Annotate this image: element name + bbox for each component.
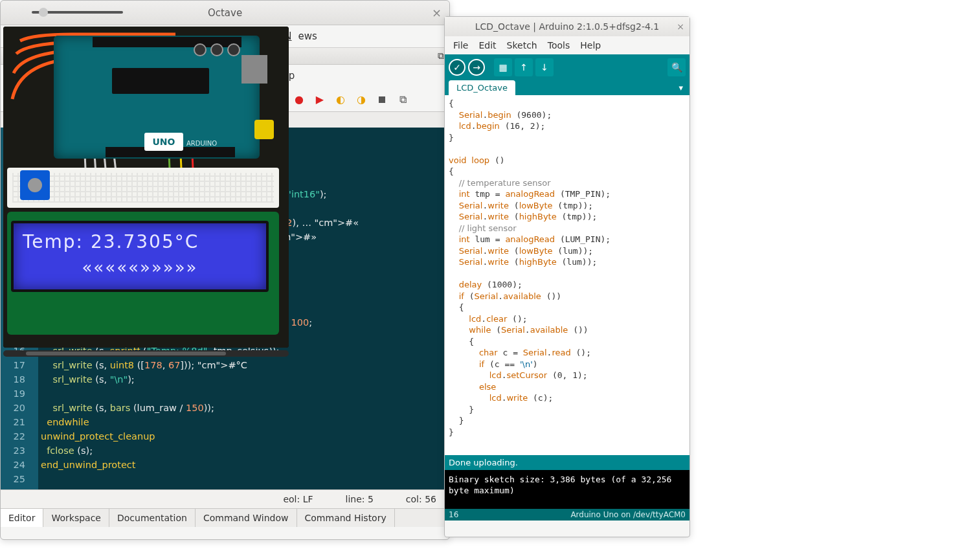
stop-icon[interactable]: ⏹ [374,91,390,107]
open-sketch-icon[interactable]: ↑ [515,58,533,76]
bottom-tab-editor[interactable]: Editor [1,509,43,527]
bottom-tab-command-window[interactable]: Command Window [196,509,297,527]
arduino-menubar: File Edit Sketch Tools Help [445,36,689,54]
arduino-footer: 16 Arduino Uno on /dev/ttyACM0 [445,509,689,521]
run-icon[interactable]: ▶ [311,91,328,107]
upload-icon[interactable]: → [468,59,485,76]
bottom-tab-documentation[interactable]: Documentation [109,509,196,527]
arduino-board: UNO ARDUINO [54,36,260,159]
toggle-icon[interactable]: ⧉ [394,91,411,107]
arduino-titlebar[interactable]: LCD_Octave | Arduino 2:1.0.5+dfsg2-4.1 × [445,17,689,36]
arduino-code[interactable]: { Serial.begin (9600); lcd.begin (16, 2)… [445,95,689,455]
scrollbar-thumb[interactable] [26,352,226,355]
step-icon[interactable]: ◐ [332,91,349,107]
verify-icon[interactable]: ✓ [449,59,465,76]
ard-menu-sketch[interactable]: Sketch [502,38,542,52]
lcd-line1: Temp: 23.7305°C [23,231,257,252]
status-line: line: 5 [346,494,374,504]
editor-statusbar: eol: LF line: 5 col: 56 [1,489,449,508]
close-icon[interactable]: × [432,6,442,19]
ard-tab[interactable]: LCD_Octave [449,80,515,95]
bottom-tab-workspace[interactable]: Workspace [43,509,109,527]
status-col: col: 56 [406,494,436,504]
uno-label: UNO [144,133,183,151]
image-viewer-window: ◧ IMG_… ⛶ ≡ ✕ [0,0,292,375]
photo-content: UNO ARDUINO Temp: 23.7305°C «««««»»»»» [3,27,289,348]
status-eol: eol: LF [283,494,313,504]
horizontal-scrollbar[interactable] [3,350,289,357]
arduino-console: Binary sketch size: 3,386 bytes (of a 32… [445,470,689,509]
zoom-slider[interactable] [32,11,123,14]
continue-icon[interactable]: ◑ [353,91,370,107]
breakpoint-icon[interactable]: ● [291,91,308,107]
tab-dropdown-icon[interactable]: ▾ [676,80,686,95]
lcd-display: Temp: 23.7305°C «««««»»»»» [11,221,269,292]
lcd-line2: «««««»»»»» [23,258,257,277]
ard-menu-file[interactable]: File [449,38,473,52]
close-icon[interactable]: × [677,21,684,32]
bottom-tabs: Editor Workspace Documentation Command W… [1,508,449,527]
arduino-tabbar: LCD_Octave ▾ [445,80,689,95]
photo-viewport[interactable]: UNO ARDUINO Temp: 23.7305°C «««««»»»»» [3,27,289,348]
new-sketch-icon[interactable]: ▦ [494,58,512,76]
arduino-window: LCD_Octave | Arduino 2:1.0.5+dfsg2-4.1 ×… [444,16,690,537]
footer-board: Arduino Uno on /dev/ttyACM0 [570,510,686,519]
ard-menu-help[interactable]: Help [576,38,605,52]
ard-menu-tools[interactable]: Tools [543,38,575,52]
arduino-toolbar: ✓ → ▦ ↑ ↓ 🔍 [445,54,689,80]
octave-title: Octave [208,7,242,19]
arduino-label: ARDUINO [186,140,217,147]
ard-menu-edit[interactable]: Edit [474,38,500,52]
arduino-title: LCD_Octave | Arduino 2:1.0.5+dfsg2-4.1 [475,21,659,32]
potentiometer [20,170,50,200]
arduino-status: Done uploading. [445,455,689,470]
panel-detach-icon[interactable]: ⧉ [438,50,444,62]
serial-monitor-icon[interactable]: 🔍 [667,58,686,76]
bottom-tab-command-history[interactable]: Command History [297,509,395,527]
footer-line: 16 [449,510,458,519]
save-sketch-icon[interactable]: ↓ [535,58,554,76]
